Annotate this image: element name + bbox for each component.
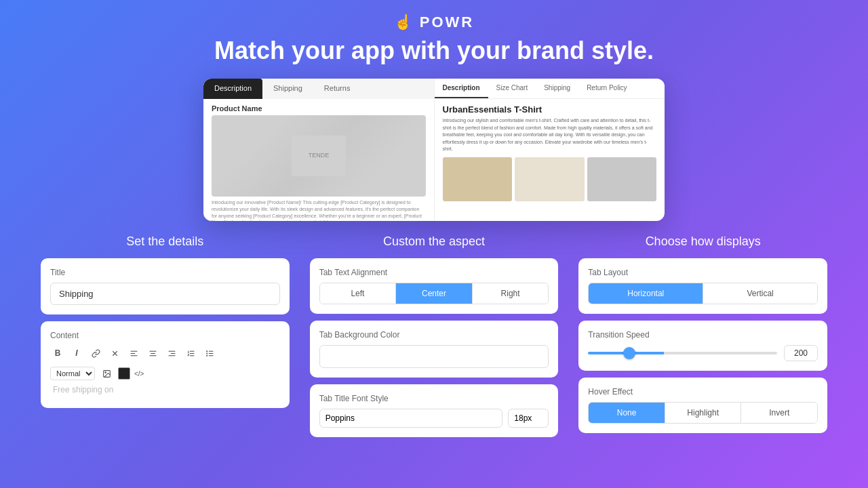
hover-highlight-btn[interactable]: Highlight (665, 403, 742, 423)
left-tab-bar: Description Shipping Returns (203, 79, 434, 99)
content-panel: Content B I (41, 321, 290, 408)
preview-img-3 (587, 157, 657, 201)
tab-bg-color-panel: Tab Background Color (310, 321, 559, 378)
bold-button[interactable]: B (50, 346, 65, 361)
hover-effect-label: Hover Effect (588, 387, 818, 396)
choose-displays-section: Choose how displays Tab Layout Horizonta… (578, 235, 827, 433)
right-tab-shipping[interactable]: Shipping (536, 79, 578, 98)
svg-point-21 (206, 355, 207, 356)
align-left-button[interactable] (126, 346, 141, 361)
image-button[interactable] (99, 366, 114, 381)
font-style-select[interactable]: Normal (50, 367, 95, 380)
preview-image-inner: TENDE (212, 115, 426, 197)
custom-aspect-section: Custom the aspect Tab Text Alignment Lef… (310, 235, 559, 437)
set-details-section: Set the details Title Content B I (41, 235, 290, 408)
logo-icon: ☝ (394, 14, 414, 31)
hover-effect-group: None Highlight Invert (588, 402, 818, 424)
tab-layout-label: Tab Layout (588, 268, 818, 277)
content-preview-text: Free shipping on (50, 381, 280, 399)
font-style-row (319, 409, 549, 428)
clear-format-button[interactable] (107, 346, 122, 361)
set-details-title: Set the details (41, 235, 290, 249)
transition-speed-slider[interactable] (588, 352, 777, 354)
custom-aspect-title: Custom the aspect (310, 235, 559, 249)
preview-right-images (435, 157, 665, 201)
preview-right-title: UrbanEssentials T-Shirt (435, 99, 665, 117)
transition-speed-value[interactable] (784, 345, 818, 361)
left-tab-description[interactable]: Description (203, 79, 262, 99)
tab-font-style-panel: Tab Title Font Style (310, 384, 559, 437)
preview-left: Description Shipping Returns Product Nam… (203, 79, 435, 221)
link-button[interactable] (88, 346, 103, 361)
preview-img-2 (515, 157, 585, 201)
tab-alignment-label: Tab Text Alignment (319, 268, 549, 277)
svg-text:TENDE: TENDE (308, 152, 329, 159)
headline: Match your app with your brand style. (214, 37, 654, 65)
font-size-input[interactable] (508, 409, 549, 428)
product-image-svg: TENDE (292, 136, 346, 176)
hover-none-btn[interactable]: None (589, 403, 665, 423)
content-label: Content (50, 331, 280, 340)
preview-right-desc: Introducing our stylish and comfortable … (435, 117, 665, 157)
choose-displays-title: Choose how displays (578, 235, 827, 249)
align-right-tab-btn[interactable]: Right (473, 283, 549, 304)
tab-alignment-group: Left Center Right (319, 283, 549, 304)
align-center-tab-btn[interactable]: Center (396, 283, 473, 304)
preview-product-name: Product Name (203, 99, 434, 115)
tab-layout-group: Horizontal Vertical (588, 283, 818, 304)
transition-speed-label: Transition Speed (588, 330, 818, 340)
text-color-swatch[interactable] (118, 367, 130, 380)
title-label: Title (50, 268, 280, 277)
hover-invert-btn[interactable]: Invert (741, 403, 817, 423)
preview-right: Description Size Chart Shipping Return P… (435, 79, 665, 221)
content-toolbar: B I (50, 346, 280, 361)
transition-speed-row (588, 345, 818, 361)
left-tab-returns[interactable]: Returns (313, 79, 361, 99)
layout-vertical-btn[interactable]: Vertical (703, 283, 817, 304)
preview-desc-text: Introducing our innovative [Product Name… (203, 197, 434, 221)
logo: ☝ POWR (394, 14, 474, 31)
ordered-list-button[interactable] (183, 346, 198, 361)
align-right-button[interactable] (164, 346, 179, 361)
tab-alignment-panel: Tab Text Alignment Left Center Right (310, 258, 559, 314)
tab-bg-color-label: Tab Background Color (319, 330, 549, 340)
unordered-list-button[interactable] (202, 346, 217, 361)
hover-effect-panel: Hover Effect None Highlight Invert (578, 378, 827, 433)
tab-font-style-label: Tab Title Font Style (319, 394, 549, 403)
code-button[interactable]: </> (134, 370, 144, 378)
right-tab-description[interactable]: Description (435, 79, 488, 98)
title-input[interactable] (50, 283, 280, 305)
tab-bg-color-input-row (319, 345, 549, 368)
right-tab-size-chart[interactable]: Size Chart (488, 79, 536, 98)
svg-point-19 (206, 350, 207, 351)
align-left-tab-btn[interactable]: Left (320, 283, 397, 304)
header: ☝ POWR Match your app with your brand st… (0, 0, 868, 79)
align-center-button[interactable] (145, 346, 160, 361)
right-tab-bar: Description Size Chart Shipping Return P… (435, 79, 665, 99)
preview-card: Description Shipping Returns Product Nam… (203, 79, 665, 221)
svg-point-20 (206, 352, 207, 353)
right-tab-return-policy[interactable]: Return Policy (578, 79, 635, 98)
transition-speed-panel: Transition Speed (578, 321, 827, 371)
bottom-sections: Set the details Title Content B I (0, 221, 868, 437)
tab-bg-color-input[interactable] (320, 349, 549, 364)
font-family-input[interactable] (319, 409, 503, 428)
svg-point-23 (104, 371, 106, 373)
layout-horizontal-btn[interactable]: Horizontal (589, 283, 703, 304)
italic-button[interactable]: I (69, 346, 84, 361)
left-tab-shipping[interactable]: Shipping (262, 79, 313, 99)
tab-layout-panel: Tab Layout Horizontal Vertical (578, 258, 827, 314)
preview-img-1 (443, 157, 513, 201)
logo-text: POWR (420, 14, 474, 31)
title-panel: Title (41, 258, 290, 314)
preview-product-image: TENDE (212, 115, 426, 197)
